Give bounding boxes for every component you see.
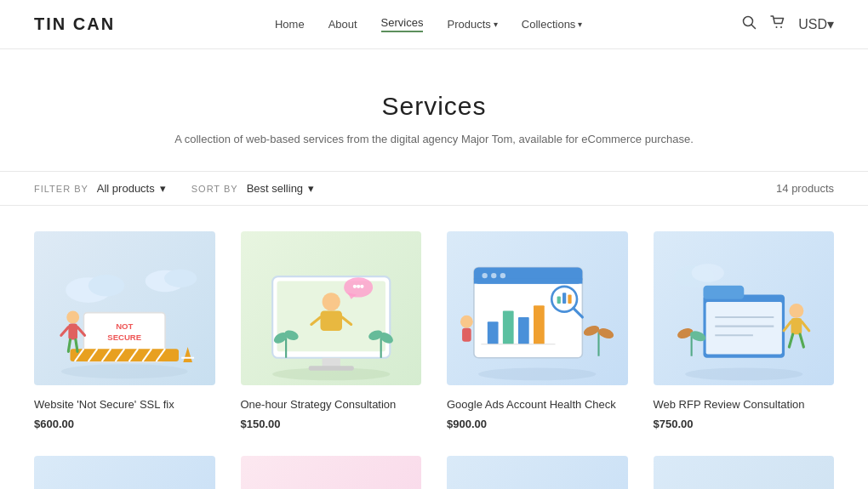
product-card[interactable]: SEO Technical Audit $650.00 [447,456,628,489]
product-card[interactable]: Content Strategy Session $200.00 [241,456,422,489]
product-image [654,231,835,385]
svg-point-40 [357,285,360,288]
svg-line-25 [76,340,77,352]
svg-point-20 [66,311,79,324]
nav-home[interactable]: Home [275,18,305,31]
product-illustration [241,231,422,385]
site-logo[interactable]: TIN CAN [34,14,115,34]
nav-about[interactable]: About [328,18,357,31]
product-illustration [241,456,422,489]
product-price: $900.00 [447,418,628,430]
sort-by-select[interactable]: Best selling ▾ [247,182,314,195]
svg-point-33 [322,293,340,310]
svg-point-3 [780,26,782,28]
product-price: $750.00 [654,418,835,430]
svg-rect-73 [705,302,781,355]
product-image: NOT SECURE [34,231,215,385]
svg-line-22 [61,327,69,336]
product-card[interactable]: Google Ads Account Health Check $900.00 [447,231,628,430]
product-count: 14 products [776,182,834,195]
svg-point-41 [360,285,363,288]
product-card[interactable]: Web RFP Review Consultation $750.00 [654,231,835,430]
chevron-down-icon: ▾ [578,20,582,29]
svg-rect-56 [503,311,514,344]
product-image [241,456,422,489]
svg-rect-55 [488,321,499,344]
svg-text:NOT: NOT [116,321,133,331]
svg-line-82 [800,334,803,347]
svg-point-52 [482,273,487,278]
currency-selector[interactable]: USD▾ [798,16,834,32]
svg-point-77 [789,304,803,318]
product-illustration [34,456,215,489]
filter-by-value: All products [97,182,155,195]
svg-line-81 [789,334,792,347]
product-card[interactable]: f t Social Media Strategy $350.00 [654,456,835,489]
svg-point-48 [478,367,596,380]
product-illustration [447,231,628,385]
filter-by-group: FILTER BY All products ▾ [34,182,166,195]
product-grid: NOT SECURE [0,206,868,489]
product-price: $150.00 [241,418,422,430]
sort-chevron-icon: ▾ [308,182,314,195]
svg-point-70 [685,367,802,380]
header-actions: USD▾ [742,15,834,33]
nav-products-dropdown[interactable]: Products ▾ [447,18,497,31]
product-title: One-hour Strategy Consultation [241,397,422,412]
main-nav: Home About Services Products ▾ Collectio… [275,16,582,32]
svg-rect-32 [308,366,353,370]
filter-by-label: FILTER BY [34,184,89,194]
svg-point-4 [61,364,188,378]
svg-line-79 [784,321,791,331]
svg-rect-21 [68,323,77,339]
svg-point-2 [776,26,778,28]
svg-point-53 [491,273,496,278]
product-price: $600.00 [34,418,215,430]
svg-point-68 [460,316,473,328]
product-image [241,231,422,385]
svg-rect-78 [791,318,802,334]
svg-line-1 [751,25,756,29]
product-title: Web RFP Review Consultation [654,397,835,412]
svg-marker-26 [183,347,192,362]
product-title: Website 'Not Secure' SSL fix [34,397,215,412]
svg-rect-31 [322,358,340,367]
cart-icon[interactable] [770,15,785,33]
product-card[interactable]: NOT SECURE [34,231,215,430]
product-card[interactable]: One-hour Strategy Consultation $150.00 [241,231,422,430]
site-header: TIN CAN Home About Services Products ▾ C… [0,0,868,49]
filter-controls: FILTER BY All products ▾ SORT BY Best se… [34,182,314,195]
svg-rect-69 [462,328,471,342]
svg-line-24 [68,340,70,352]
filter-by-select[interactable]: All products ▾ [97,182,166,195]
page-subtitle: A collection of web-based services from … [17,133,851,145]
svg-rect-62 [557,297,561,304]
search-icon[interactable] [742,15,757,33]
product-illustration [447,456,628,489]
svg-line-80 [802,321,809,331]
product-title: Google Ads Account Health Check [447,397,628,412]
product-card[interactable]: Website Performance Audit $450.00 [34,456,215,489]
nav-collections-dropdown[interactable]: Collections ▾ [522,18,583,31]
svg-rect-57 [518,317,529,344]
svg-point-19 [164,270,197,287]
product-illustration: f t [654,456,835,489]
svg-rect-63 [562,293,566,304]
nav-products-label: Products [447,18,490,31]
product-image [447,456,628,489]
page-header: Services A collection of web-based servi… [0,49,868,171]
svg-point-84 [691,264,723,281]
svg-rect-34 [320,311,342,331]
svg-rect-58 [534,305,545,344]
chevron-down-icon: ▾ [494,20,498,29]
product-illustration: NOT SECURE [34,231,215,385]
svg-point-39 [352,285,356,288]
svg-rect-8 [71,349,180,361]
sort-by-group: SORT BY Best selling ▾ [191,182,314,195]
svg-point-54 [500,273,505,278]
filter-bar: FILTER BY All products ▾ SORT BY Best se… [0,171,868,206]
filter-chevron-icon: ▾ [160,182,166,195]
svg-point-17 [89,275,125,297]
nav-services[interactable]: Services [381,16,424,32]
sort-by-value: Best selling [247,182,303,195]
